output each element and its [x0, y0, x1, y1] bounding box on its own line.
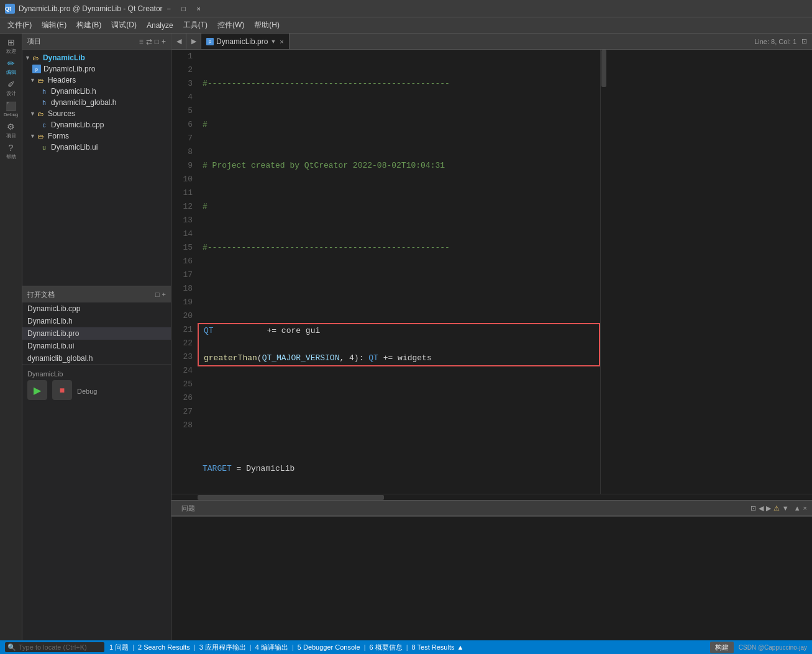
vscroll-thumb[interactable] [601, 50, 606, 87]
doc-item-pro[interactable]: DynamicLib.pro [22, 327, 171, 340]
code-line-7: QT += core gui [199, 324, 599, 338]
menu-tools[interactable]: 工具(T) [178, 18, 212, 32]
tree-folder-forms[interactable]: ▼ 🗁 Forms [22, 130, 171, 142]
editor-vscroll[interactable] [600, 50, 606, 494]
menu-bar: 文件(F) 编辑(E) 构建(B) 调试(D) Analyze 工具(T) 控件… [0, 17, 812, 34]
window-title: DynamicLib.pro @ DynamicLib - Qt Creator [19, 4, 163, 13]
menu-help[interactable]: 帮助(H) [249, 18, 285, 32]
tab-back-button[interactable]: ◀ [171, 34, 186, 50]
tab-dropdown-icon[interactable]: ▼ [270, 39, 276, 45]
status-build-output[interactable]: 4 编译输出 [255, 643, 288, 652]
app-icon: Qt [5, 4, 15, 14]
problems-nav-next[interactable]: ▶ [766, 504, 771, 512]
maximize-button[interactable]: □ [178, 2, 190, 15]
menu-analyze[interactable]: Analyze [142, 19, 178, 32]
sidebar-help[interactable]: ? 帮助 [1, 142, 21, 161]
open-docs-header: 打开文档 □ + [22, 286, 171, 302]
tree-root-dynamiclib[interactable]: ▼ 🗁 DynamicLib [22, 52, 171, 63]
tree-folder-headers[interactable]: ▼ 🗁 Headers [22, 75, 171, 86]
run-button[interactable]: ▶ [27, 380, 47, 400]
tab-forward-button[interactable]: ▶ [186, 34, 201, 50]
menu-controls[interactable]: 控件(W) [212, 18, 249, 32]
filter-icon[interactable]: ≡ [139, 37, 144, 46]
tree-item-dynamiclib-pro[interactable]: p DynamicLib.pro [22, 63, 171, 75]
hscroll-thumb[interactable] [198, 495, 384, 500]
bottom-tab-bar: 问题 ⊡ ◀ ▶ ⚠ ▼ ▲ × [171, 500, 812, 516]
status-bar: 🔍 Type to locate (Ctrl+K) 1 问题 | 2 Searc… [0, 640, 812, 654]
sidebar-welcome[interactable]: ⊞ 欢迎 [1, 36, 21, 56]
problems-close-icon[interactable]: × [803, 504, 807, 512]
open-docs-icon2[interactable]: + [162, 291, 166, 298]
tab-close-button[interactable]: × [280, 38, 283, 45]
search-placeholder: Type to locate (Ctrl+K) [19, 643, 87, 651]
code-line-8 [199, 338, 599, 352]
menu-debug[interactable]: 调试(D) [106, 18, 142, 32]
problems-warning-icon: ⚠ [773, 504, 780, 512]
sidebar-project[interactable]: ⚙ 项目 [1, 120, 21, 140]
code-editor[interactable]: #---------------------------------------… [198, 50, 600, 494]
editor-position: Line: 8, Col: 1 ⊡ [754, 37, 812, 45]
status-app-output[interactable]: 3 应用程序输出 [199, 643, 246, 652]
left-sidebar: ⊞ 欢迎 ✏ 编辑 ✐ 设计 ⬛ Debug ⚙ 项目 ? 帮助 [0, 34, 22, 640]
line-numbers: 1 2 3 4 5 6 7 8 9 10 11 12 13 14 15 16 1 [171, 50, 198, 432]
problems-collapse-icon[interactable]: ▲ [794, 504, 801, 512]
stop-icon: ■ [60, 385, 65, 395]
split-editor-button[interactable]: ⊡ [801, 37, 807, 45]
problems-settings-icon[interactable]: ▼ [782, 504, 789, 512]
debug-label: Debug [77, 388, 97, 395]
status-debugger[interactable]: 5 Debugger Console [298, 643, 360, 651]
collapse-icon[interactable]: □ [155, 37, 159, 46]
menu-file[interactable]: 文件(F) [2, 18, 37, 32]
code-line-5: #---------------------------------------… [198, 241, 600, 255]
sync-icon[interactable]: ⇄ [146, 37, 152, 46]
editor-content[interactable]: 1 2 3 4 5 6 7 8 9 10 11 12 13 14 15 16 1 [171, 50, 812, 494]
open-docs-icon1[interactable]: □ [155, 291, 160, 298]
run-debug-section: DynamicLib ▶ ■ Debug [22, 365, 171, 407]
tree-item-dynamiclib-cpp[interactable]: c DynamicLib.cpp [22, 119, 171, 130]
doc-item-h[interactable]: DynamicLib.h [22, 315, 171, 327]
tree-folder-sources[interactable]: ▼ 🗁 Sources [22, 108, 171, 119]
code-line-4: # [198, 200, 600, 214]
sidebar-debug[interactable]: ⬛ Debug [1, 99, 21, 119]
tab-label: DynamicLib.pro [216, 37, 268, 46]
tree-item-dynamiclib-h[interactable]: h DynamicLib.h [22, 86, 171, 97]
doc-item-global-h[interactable]: dynamiclib_global.h [22, 352, 171, 365]
run-arrow-icon: ▶ [34, 384, 41, 396]
doc-item-cpp[interactable]: DynamicLib.cpp [22, 302, 171, 315]
doc-item-ui[interactable]: DynamicLib.ui [22, 340, 171, 352]
csdn-watermark: CSDN @Cappuccino-jay [739, 644, 807, 651]
problems-content [171, 516, 812, 640]
tab-file-icon: p [206, 38, 214, 45]
code-line-9: greaterThan(QT_MAJOR_VERSION, 4): QT += … [199, 352, 599, 365]
close-button[interactable]: × [193, 2, 205, 15]
editor-hscroll[interactable] [171, 494, 812, 500]
tree-item-dynamiclib-global-h[interactable]: h dynamiclib_global.h [22, 97, 171, 108]
run-project-label: DynamicLib [27, 370, 166, 378]
status-arrow-up[interactable]: ▲ [457, 643, 463, 651]
search-bar[interactable]: 🔍 Type to locate (Ctrl+K) [5, 642, 104, 652]
minimize-button[interactable]: − [163, 2, 175, 15]
status-search[interactable]: 2 Search Results [138, 643, 190, 651]
status-problems[interactable]: 1 问题 [109, 643, 129, 652]
menu-build[interactable]: 构建(B) [71, 18, 106, 32]
stop-button[interactable]: ■ [52, 380, 72, 400]
build-button-status[interactable]: 构建 [710, 642, 734, 653]
status-test[interactable]: 8 Test Results [412, 643, 455, 651]
problems-nav-prev[interactable]: ◀ [759, 504, 764, 512]
project-tree-toolbar: 项目 ≡ ⇄ □ + [22, 34, 171, 50]
sidebar-design[interactable]: ✐ 设计 [1, 78, 21, 98]
tab-dynamiclib-pro[interactable]: p DynamicLib.pro ▼ × [201, 34, 290, 50]
tree-item-dynamiclib-ui[interactable]: u DynamicLib.ui [22, 142, 171, 153]
sidebar-edit[interactable]: ✏ 编辑 [1, 57, 21, 77]
open-docs-panel: 打开文档 □ + DynamicLib.cpp DynamicLib.h Dyn… [22, 286, 171, 365]
add-icon[interactable]: + [162, 37, 166, 46]
search-icon: 🔍 [7, 643, 16, 652]
tab-problems[interactable]: 问题 [176, 502, 200, 515]
editor-area: ◀ ▶ p DynamicLib.pro ▼ × Line: 8, Col: 1… [171, 34, 812, 640]
problems-filter-icon[interactable]: ⊡ [750, 504, 756, 512]
code-line-6 [198, 282, 600, 296]
menu-edit[interactable]: 编辑(E) [37, 18, 71, 32]
status-overview[interactable]: 6 概要信息 [370, 643, 403, 652]
highlighted-code-block: QT += core gui greaterThan(QT_MAJOR_VERS… [198, 323, 600, 366]
code-line-1: #---------------------------------------… [198, 77, 600, 91]
